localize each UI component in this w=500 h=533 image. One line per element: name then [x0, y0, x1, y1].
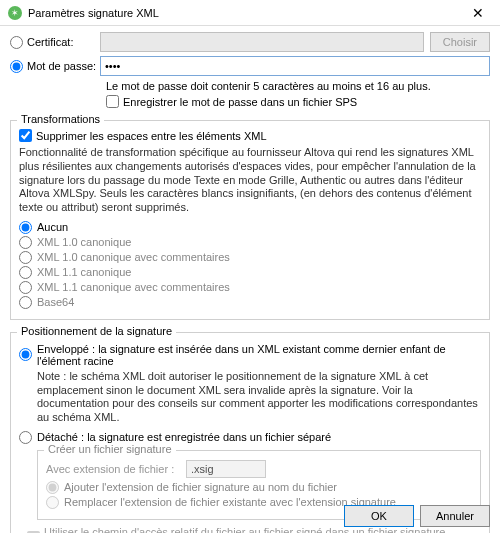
- auth-pass-radio[interactable]: Mot de passe:: [10, 60, 100, 73]
- enveloped-radio[interactable]: Enveloppé : la signature est insérée dan…: [19, 343, 481, 367]
- transform-c14n10-radio[interactable]: XML 1.0 canonique: [19, 236, 481, 249]
- cert-field: [100, 32, 424, 52]
- app-icon: ✶: [8, 6, 22, 20]
- close-icon[interactable]: ✕: [464, 5, 492, 21]
- sigfile-append-radio: Ajouter l'extension de fichier signature…: [46, 481, 472, 494]
- transform-none-radio[interactable]: Aucun: [19, 221, 481, 234]
- detached-label: Détaché : la signature est enregistrée d…: [37, 431, 331, 443]
- save-sps-label: Enregistrer le mot de passe dans un fich…: [123, 96, 357, 108]
- strip-whitespace-label: Supprimer les espaces entre les éléments…: [36, 130, 267, 142]
- enveloped-label: Enveloppé : la signature est insérée dan…: [37, 343, 481, 367]
- transform-c14n10-label: XML 1.0 canonique: [37, 236, 131, 248]
- placement-legend: Positionnement de la signature: [17, 325, 176, 337]
- sigfile-append-label: Ajouter l'extension de fichier signature…: [64, 481, 337, 493]
- transform-c14n11c-label: XML 1.1 canonique avec commentaires: [37, 281, 230, 293]
- window-title: Paramètres signature XML: [28, 7, 464, 19]
- transform-c14n11-label: XML 1.1 canonique: [37, 266, 131, 278]
- transform-c14n11-radio[interactable]: XML 1.1 canonique: [19, 266, 481, 279]
- transforms-group: Transformations Supprimer les espaces en…: [10, 120, 490, 320]
- strip-whitespace-checkbox[interactable]: Supprimer les espaces entre les éléments…: [19, 129, 481, 142]
- placement-group: Positionnement de la signature Enveloppé…: [10, 332, 490, 533]
- transforms-description: Fonctionnalité de transformation spécifi…: [19, 146, 481, 215]
- titlebar: ✶ Paramètres signature XML ✕: [0, 0, 500, 26]
- transform-none-label: Aucun: [37, 221, 68, 233]
- sigfile-ext-label: Avec extension de fichier :: [46, 463, 186, 475]
- transform-base64-label: Base64: [37, 296, 74, 308]
- save-sps-checkbox[interactable]: Enregistrer le mot de passe dans un fich…: [106, 95, 490, 108]
- password-field[interactable]: [100, 56, 490, 76]
- enveloped-note: Note : le schéma XML doit autoriser le p…: [37, 370, 481, 425]
- sigfile-legend: Créer un fichier signature: [44, 443, 176, 455]
- cancel-button[interactable]: Annuler: [420, 505, 490, 527]
- sigfile-ext-field: [186, 460, 266, 478]
- password-note: Le mot de passe doit contenir 5 caractèr…: [106, 80, 490, 92]
- choose-button[interactable]: Choisir: [430, 32, 490, 52]
- transform-base64-radio[interactable]: Base64: [19, 296, 481, 309]
- transform-c14n11c-radio[interactable]: XML 1.1 canonique avec commentaires: [19, 281, 481, 294]
- auth-cert-label: Certificat:: [27, 36, 73, 48]
- transforms-legend: Transformations: [17, 113, 104, 125]
- ok-button[interactable]: OK: [344, 505, 414, 527]
- dialog-footer: OK Annuler: [344, 505, 490, 527]
- transform-c14n10c-label: XML 1.0 canonique avec commentaires: [37, 251, 230, 263]
- auth-pass-label: Mot de passe:: [27, 60, 96, 72]
- auth-cert-radio[interactable]: Certificat:: [10, 36, 100, 49]
- transform-c14n10c-radio[interactable]: XML 1.0 canonique avec commentaires: [19, 251, 481, 264]
